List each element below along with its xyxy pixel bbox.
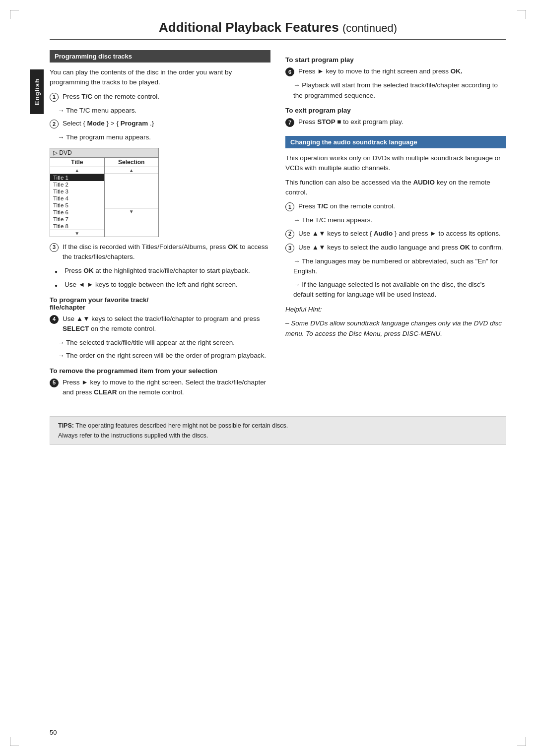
step-3-num: 3 [50, 243, 59, 252]
tips-bar: TIPS: The operating features described h… [50, 416, 506, 445]
heading-start-play: To start program play [285, 56, 506, 63]
dvd-menu: ▷ DVD Title Selection ▲ Title 1 Title 2 … [50, 148, 159, 237]
audio-step-3-arrow2: If the language selected is not availabl… [293, 280, 506, 300]
bullet-1-text: Press OK at the highlighted track/file/c… [65, 266, 250, 276]
step-5: 5 Press ► key to move to the right scree… [50, 378, 270, 398]
step-7-text: Press STOP ■ to exit program play. [298, 118, 403, 126]
hint-label: Helpful Hint: [285, 306, 322, 313]
dvd-col-title: Title [50, 158, 105, 167]
helpful-hint: Helpful Hint: – Some DVDs allow soundtra… [285, 305, 506, 339]
right-column: To start program play 6 Press ► key to m… [285, 50, 506, 401]
tips-text2: Always refer to the instructions supplie… [58, 432, 208, 439]
audio-step-3-num: 3 [285, 244, 294, 252]
heading-exit-play: To exit program play [285, 107, 506, 114]
dvd-item-title5[interactable]: Title 5 [50, 202, 104, 209]
audio-step-3-text: Use ▲▼ keys to select the audio language… [298, 244, 503, 251]
step-4: 4 Use ▲▼ keys to select the track/file/c… [50, 314, 270, 334]
scroll-bottom: ▼ [50, 230, 104, 237]
scroll-sel-bottom: ▼ [105, 208, 159, 215]
step-1: 1 Press T/C on the remote control. [50, 92, 270, 102]
step-3-text: If the disc is recorded with Titles/Fold… [63, 243, 268, 260]
step-6-num: 6 [285, 67, 294, 76]
step-2-num: 2 [50, 120, 59, 128]
step-5-text: Press ► key to move to the right screen.… [63, 378, 266, 396]
audio-intro2: This function can also be accessed via t… [285, 178, 506, 198]
dvd-item-title7[interactable]: Title 7 [50, 216, 104, 223]
step-2-arrow: The program menu appears. [58, 132, 270, 142]
step-4-arrow1: The selected track/file/title will appea… [58, 338, 270, 348]
dvd-title-list: ▲ Title 1 Title 2 Title 3 Title 4 Title … [50, 167, 105, 237]
step-1-num: 1 [50, 93, 59, 102]
audio-step-2: 2 Use ▲▼ keys to select { Audio } and pr… [285, 229, 506, 239]
dvd-item-title6[interactable]: Title 6 [50, 209, 104, 216]
step-4-arrow2: The order on the right screen will be th… [58, 351, 270, 361]
dvd-item-title2[interactable]: Title 2 [50, 181, 104, 188]
step-6-arrow1: Playback will start from the selected tr… [293, 80, 506, 101]
programming-disc-tracks-header: Programming disc tracks [50, 50, 270, 63]
audio-step-3-arrow1: The languages may be numbered or abbrevi… [293, 256, 506, 277]
page-number: 50 [50, 729, 57, 736]
left-column: Programming disc tracks You can play the… [50, 50, 270, 401]
programming-intro: You can play the contents of the disc in… [50, 67, 270, 88]
page-title: Additional Playback Features (continued) [50, 20, 506, 40]
dvd-body: ▲ Title 1 Title 2 Title 3 Title 4 Title … [50, 167, 158, 237]
step-2: 2 Select { Mode } > { Program .} [50, 119, 270, 128]
subheading-favorite-track: To program your favorite track/file/chap… [50, 296, 270, 311]
bullet-2-text: Use ◄ ► keys to toggle between the left … [65, 280, 238, 290]
step-4-text: Use ▲▼ keys to select the track/file/cha… [63, 315, 260, 332]
step-6: 6 Press ► key to move to the right scree… [285, 66, 506, 76]
subheading-remove: To remove the programmed item from your … [50, 367, 270, 375]
dvd-menu-cols: Title Selection [50, 158, 158, 167]
step-7: 7 Press STOP ■ to exit program play. [285, 117, 506, 127]
dvd-col-selection: Selection [105, 158, 159, 167]
hint-text: – Some DVDs allow soundtrack language ch… [285, 318, 506, 339]
audio-step-2-text: Use ▲▼ keys to select { Audio } and pres… [298, 230, 501, 237]
tips-text1: The operating features described here mi… [75, 422, 288, 429]
audio-step-1-arrow: The T/C menu appears. [293, 215, 506, 225]
audio-soundtrack-header: Changing the audio soundtrack language [285, 136, 506, 148]
english-tab: English [30, 69, 44, 114]
step-1-text: Press T/C on the remote control. [63, 93, 159, 100]
scroll-sel-top: ▲ [105, 167, 159, 174]
scroll-top: ▲ [50, 167, 104, 174]
audio-intro1: This operation works only on DVDs with m… [285, 153, 506, 174]
dvd-header-text: ▷ DVD [53, 149, 72, 156]
step-4-num: 4 [50, 315, 59, 324]
step-6-text: Press ► key to move to the right screen … [298, 67, 463, 75]
audio-step-1-num: 1 [285, 202, 294, 211]
dvd-item-title4[interactable]: Title 4 [50, 195, 104, 202]
audio-step-3: 3 Use ▲▼ keys to select the audio langua… [285, 243, 506, 252]
step-5-num: 5 [50, 378, 59, 387]
step-7-num: 7 [285, 118, 294, 127]
bullet-2: Use ◄ ► keys to toggle between the left … [55, 280, 270, 290]
step-1-arrow: The T/C menu appears. [58, 106, 270, 116]
dvd-item-title1[interactable]: Title 1 [50, 174, 104, 181]
step-2-text: Select { Mode } > { Program .} [63, 120, 154, 127]
dvd-selection-col: ▲ ▼ [105, 167, 159, 237]
audio-step-2-num: 2 [285, 230, 294, 239]
audio-step-1: 1 Press T/C on the remote control. [285, 201, 506, 211]
dvd-item-title3[interactable]: Title 3 [50, 188, 104, 195]
dvd-menu-header: ▷ DVD [50, 148, 158, 158]
dvd-item-title8[interactable]: Title 8 [50, 223, 104, 230]
tips-label: TIPS: [58, 422, 74, 429]
audio-step-1-text: Press T/C on the remote control. [298, 202, 395, 210]
bullet-1: Press OK at the highlighted track/file/c… [55, 266, 270, 276]
step-3: 3 If the disc is recorded with Titles/Fo… [50, 242, 270, 262]
